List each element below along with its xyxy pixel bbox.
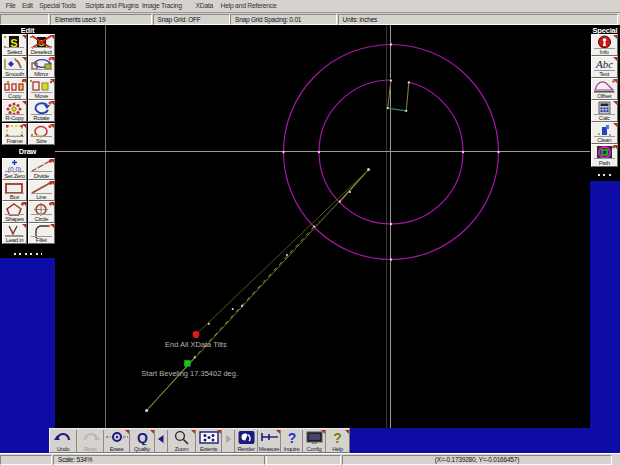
- svg-text:Q: Q: [137, 430, 148, 445]
- svg-text:Start Beveling 17.35402 deg.: Start Beveling 17.35402 deg.: [141, 369, 238, 378]
- svg-text:Abc: Abc: [595, 58, 613, 70]
- svg-text:?: ?: [287, 430, 296, 445]
- svg-text:?: ?: [333, 430, 342, 445]
- svg-text:End All XData Tilts: End All XData Tilts: [165, 340, 227, 349]
